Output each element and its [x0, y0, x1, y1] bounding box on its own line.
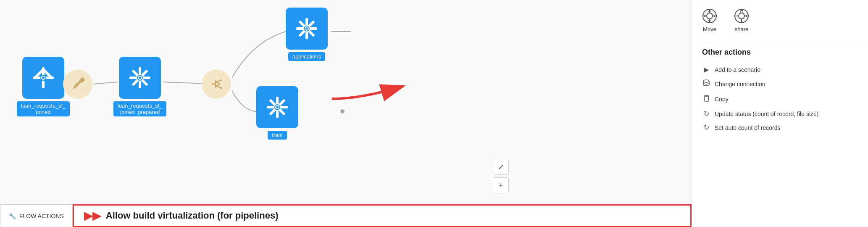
virtualization-button[interactable]: ▶▶ Allow build virtualization (for pipel…	[73, 204, 692, 227]
share-action[interactable]: share	[734, 8, 749, 32]
node-train[interactable]: train	[256, 86, 298, 140]
zoom-controls: ⤢ +	[493, 159, 509, 193]
panel-divider	[692, 41, 868, 41]
flow-svg	[0, 0, 692, 227]
node-applications[interactable]: applications	[286, 8, 328, 61]
node-label-train: train	[268, 131, 287, 140]
copy-label: Copy	[715, 96, 729, 103]
bottom-bar: 🔧 FLOW ACTIONS ▶▶ Allow build virtualiza…	[0, 204, 692, 227]
brush-icon	[70, 76, 86, 92]
set-auto-count-label: Set auto count of records	[715, 124, 780, 131]
right-panel: Move share Other actions	[692, 0, 868, 227]
flow-actions-label: FLOW ACTIONS	[19, 213, 64, 219]
move-action[interactable]: Move	[702, 8, 717, 32]
svg-point-18	[139, 77, 141, 79]
copy-item[interactable]: Copy	[702, 92, 858, 107]
flow-actions-button[interactable]: 🔧 FLOW ACTIONS	[0, 204, 73, 227]
snowflake-icon-4	[265, 95, 290, 120]
svg-marker-20	[221, 87, 223, 90]
move-icon-container	[702, 8, 717, 24]
node-label-loan-requests-joined: loan_requests_sf_ joined	[17, 101, 70, 116]
db-icon	[702, 79, 710, 87]
plus-icon: +	[499, 181, 503, 190]
node-label-loan-requests-prepared: loan_requests_sf_ joined_prepared	[113, 101, 166, 116]
canvas-area: loan_requests_sf_ joined loan_requests_s…	[0, 0, 692, 227]
svg-point-11	[42, 77, 45, 79]
split-icon	[208, 76, 224, 92]
snowflake-icon	[31, 65, 56, 90]
node-label-applications: applications	[288, 52, 326, 61]
zoom-in-button[interactable]: +	[493, 177, 509, 193]
svg-point-26	[305, 27, 308, 30]
svg-rect-52	[740, 11, 743, 13]
add-scenario-label: Add to a scenario	[715, 66, 760, 73]
transform-node-1[interactable]	[63, 69, 92, 99]
svg-point-53	[703, 80, 709, 82]
share-icon-container	[734, 8, 749, 24]
refresh-icon: ↻	[702, 110, 710, 118]
wrench-icon: 🔧	[9, 213, 16, 219]
double-arrow-icon: ▶▶	[84, 209, 101, 222]
add-scenario-item[interactable]: ▶ Add to a scenario	[702, 63, 858, 77]
node-box-applications	[286, 8, 328, 50]
virtualization-label: Allow build virtualization (for pipeline…	[106, 210, 279, 221]
svg-point-4	[340, 109, 345, 114]
change-connection-item[interactable]: Change connection	[702, 77, 858, 92]
expand-button[interactable]: ⤢	[493, 159, 509, 175]
set-auto-count-item[interactable]: ↻ Set auto count of records	[702, 121, 858, 135]
play-icon: ▶	[702, 66, 710, 74]
update-status-item[interactable]: ↻ Update status (count of record, file s…	[702, 107, 858, 121]
copy-svg-icon	[702, 95, 710, 102]
database-icon	[702, 79, 710, 89]
node-box-train	[256, 86, 298, 128]
snowflake-icon-2	[127, 65, 153, 90]
node-loan-requests-prepared[interactable]: loan_requests_sf_ joined_prepared	[113, 57, 166, 116]
node-loan-requests-joined[interactable]: loan_requests_sf_ joined	[17, 57, 70, 116]
other-actions-title: Other actions	[702, 48, 858, 57]
share-label: share	[735, 26, 749, 32]
move-label: Move	[703, 26, 716, 32]
node-box-loan-requests-joined	[22, 57, 64, 99]
expand-icon: ⤢	[498, 162, 504, 172]
change-connection-label: Change connection	[715, 81, 765, 87]
refresh-icon-2: ↻	[702, 124, 710, 132]
share-icon	[734, 9, 749, 23]
svg-point-35	[707, 13, 713, 19]
transform-node-2[interactable]	[202, 69, 231, 99]
node-box-loan-requests-prepared	[119, 57, 161, 99]
move-icon	[702, 9, 717, 23]
svg-point-32	[276, 106, 279, 108]
copy-icon	[702, 95, 710, 104]
svg-marker-19	[221, 79, 223, 82]
update-status-label: Update status (count of record, file siz…	[715, 111, 818, 117]
snowflake-icon-3	[294, 16, 319, 41]
panel-top-actions: Move share	[702, 8, 858, 32]
svg-point-45	[739, 13, 744, 19]
